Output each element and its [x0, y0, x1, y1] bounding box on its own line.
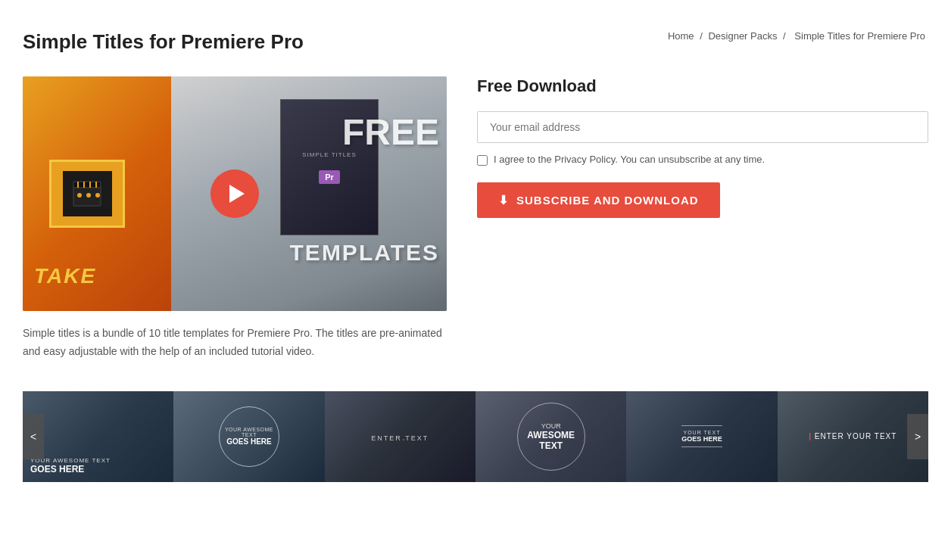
take-text: TAKE	[34, 264, 96, 288]
breadcrumb: Home / Designer Packs / Simple Titles fo…	[668, 30, 928, 42]
subscribe-button-label: SUBSCRIBE AND DOWNLOAD	[516, 194, 699, 207]
free-download-title: Free Download	[477, 76, 928, 96]
thumb-4-line1: YOUR	[541, 422, 561, 430]
svg-point-7	[86, 193, 91, 198]
thumb-5-overlay: YOUR TEXT GOES HERE	[626, 391, 777, 482]
breadcrumb-sep-2: /	[783, 30, 788, 42]
carousel-section: YOUR AWESOME TEXT GOES HERE YOUR AWESOME…	[23, 391, 928, 482]
play-button[interactable]	[210, 170, 259, 218]
thumb-1-text: YOUR AWESOME TEXT GOES HERE	[30, 457, 111, 474]
thumb-1-line2: GOES HERE	[30, 464, 111, 474]
free-text: FREE	[342, 114, 439, 151]
thumb-3-line1: ENTER	[371, 434, 402, 442]
carousel-item-5[interactable]: YOUR TEXT GOES HERE	[626, 391, 777, 482]
svg-point-8	[95, 193, 100, 198]
carousel-item-3[interactable]: ENTER.TEXT	[325, 391, 476, 482]
thumb-6-overlay: | ENTER YOUR TEXT	[778, 391, 928, 482]
thumb-2-line1: YOUR AWESOME TEXT	[220, 427, 279, 437]
right-column: Free Download I agree to the Privacy Pol…	[477, 76, 928, 218]
carousel-item-1[interactable]: YOUR AWESOME TEXT GOES HERE	[23, 391, 173, 482]
thumb-5-line2: GOES HERE	[681, 435, 722, 443]
subscribe-button[interactable]: SUBSCRIBE AND DOWNLOAD	[477, 182, 720, 218]
thumb-5-text: YOUR TEXT GOES HERE	[681, 425, 722, 447]
privacy-row: I agree to the Privacy Policy. You can u…	[477, 154, 928, 166]
video-description: Simple titles is a bundle of 10 title te…	[23, 325, 447, 361]
thumb-6-text: | ENTER YOUR TEXT	[809, 432, 896, 440]
thumb-4-line3: TEXT	[539, 440, 563, 451]
carousel-item-4[interactable]: YOUR AWESOME TEXT	[476, 391, 626, 482]
carousel-prev-button[interactable]: <	[23, 414, 44, 459]
thumb-4-circle: YOUR AWESOME TEXT	[517, 403, 585, 471]
svg-point-6	[77, 193, 82, 198]
thumb-2-circle: YOUR AWESOME TEXT GOES HERE	[219, 406, 279, 467]
thumb-4-line2: AWESOME	[527, 430, 575, 440]
pr-badge: Pr	[319, 170, 340, 184]
thumb-5-line1: YOUR TEXT	[681, 430, 722, 435]
thumb-6-label: ENTER YOUR TEXT	[815, 432, 897, 440]
breadcrumb-home[interactable]: Home	[668, 30, 694, 42]
page-header: Simple Titles for Premiere Pro Home / De…	[23, 15, 928, 76]
breadcrumb-designer-packs[interactable]: Designer Packs	[708, 30, 777, 42]
main-content: TAKE SIMPLE TITLES Pr FREE TEMPLATES Sim…	[23, 76, 928, 361]
page-wrapper: Simple Titles for Premiere Pro Home / De…	[0, 0, 951, 497]
download-icon	[498, 193, 509, 207]
left-column: TAKE SIMPLE TITLES Pr FREE TEMPLATES Sim…	[23, 76, 447, 361]
breadcrumb-sep-1: /	[700, 30, 705, 42]
clapper-icon	[49, 160, 125, 228]
templates-text: TEMPLATES	[290, 240, 439, 266]
thumb-3-line2: TEXT	[405, 434, 429, 442]
carousel-next-button[interactable]: >	[907, 414, 928, 459]
privacy-label: I agree to the Privacy Policy. You can u…	[494, 154, 765, 165]
carousel-item-2[interactable]: YOUR AWESOME TEXT GOES HERE	[173, 391, 324, 482]
thumb-4-overlay: YOUR AWESOME TEXT	[476, 391, 626, 482]
carousel-item-6[interactable]: | ENTER YOUR TEXT	[778, 391, 928, 482]
thumb-3-overlay: ENTER.TEXT	[325, 391, 476, 482]
email-input[interactable]	[477, 111, 928, 143]
privacy-checkbox[interactable]	[477, 155, 488, 166]
breadcrumb-current: Simple Titles for Premiere Pro	[794, 30, 925, 42]
thumb-3-text: ENTER.TEXT	[371, 430, 429, 443]
video-thumbnail[interactable]: TAKE SIMPLE TITLES Pr FREE TEMPLATES	[23, 76, 447, 311]
thumb-2-overlay: YOUR AWESOME TEXT GOES HERE	[173, 391, 324, 482]
thumb-2-line2: GOES HERE	[226, 437, 271, 446]
thumb-6-pipe: |	[809, 432, 812, 440]
carousel-track: YOUR AWESOME TEXT GOES HERE YOUR AWESOME…	[23, 391, 928, 482]
page-title: Simple Titles for Premiere Pro	[23, 30, 304, 54]
